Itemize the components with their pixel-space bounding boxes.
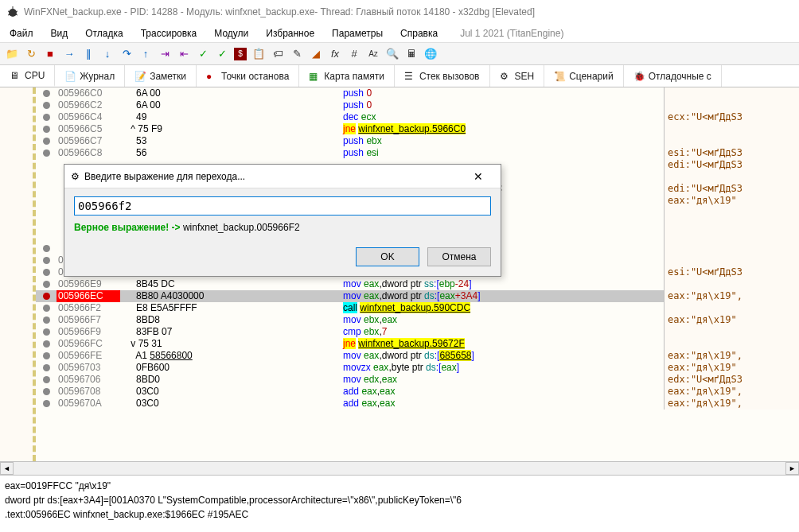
tab-script[interactable]: 📜Сценарий bbox=[544, 65, 623, 87]
scroll-right[interactable]: ► bbox=[785, 462, 799, 475]
bp-cell[interactable] bbox=[36, 386, 57, 398]
menu-debug[interactable]: Отладка bbox=[80, 26, 127, 41]
bp-cell[interactable] bbox=[36, 266, 57, 278]
tab-dbg[interactable]: 🐞Отладочные с bbox=[624, 65, 722, 87]
close-icon[interactable]: ✕ bbox=[462, 170, 494, 183]
disasm-row[interactable]: 00596706 8BD0mov edx,eaxedx:"U<мґДдS3 bbox=[36, 374, 799, 386]
bp-cell[interactable] bbox=[36, 398, 57, 410]
menu-file[interactable]: Файл bbox=[5, 26, 38, 41]
bp-cell[interactable] bbox=[36, 123, 57, 135]
calc-icon[interactable]: 🖩 bbox=[404, 47, 419, 61]
step-into-icon[interactable]: ↓ bbox=[100, 47, 115, 61]
h-scrollbar[interactable]: ◄ ► bbox=[0, 461, 799, 475]
disasm-row[interactable]: 00596703 0FB600movzx eax,byte ptr ds:[ea… bbox=[36, 362, 799, 374]
tab-cpu[interactable]: 🖥CPU bbox=[0, 65, 55, 87]
expression-input[interactable] bbox=[74, 196, 491, 216]
bp-cell[interactable] bbox=[36, 219, 57, 231]
bp-cell[interactable] bbox=[36, 135, 57, 147]
bp-cell[interactable] bbox=[36, 195, 57, 207]
restart-icon[interactable]: ↻ bbox=[24, 47, 38, 61]
bp-icon[interactable]: 📋 bbox=[251, 47, 266, 61]
disasm-row[interactable]: 00596708 03C0add eax,eaxeax:"дя\x19", bbox=[36, 386, 799, 398]
tab-seh[interactable]: ⚙SEH bbox=[490, 65, 545, 87]
tab-bp[interactable]: ●Точки останова bbox=[197, 65, 299, 87]
menu-view[interactable]: Вид bbox=[46, 26, 73, 41]
comment-cell: esi:"U<мґДдS3 bbox=[664, 266, 799, 278]
bp-dot bbox=[43, 352, 50, 359]
bp-dot bbox=[43, 364, 50, 371]
bp-cell[interactable] bbox=[36, 278, 57, 290]
disasm-row[interactable]: 005966C0 6A 00push 0 bbox=[36, 87, 799, 99]
disasm-row[interactable]: 005966F7 8BD8mov ebx,eaxeax:"дя\x19" bbox=[36, 314, 799, 326]
disasm-row[interactable]: 005966C4 49dec ecxecx:"U<мґДдS3 bbox=[36, 111, 799, 123]
step-over-icon[interactable]: ↷ bbox=[119, 47, 134, 61]
bp-cell[interactable] bbox=[36, 302, 57, 314]
menu-help[interactable]: Справка bbox=[396, 26, 442, 41]
tab-label: Сценарий bbox=[569, 71, 613, 82]
bp-cell[interactable] bbox=[36, 290, 57, 302]
pause-icon[interactable]: ‖ bbox=[81, 47, 95, 61]
step-icon[interactable]: ⇥ bbox=[158, 47, 172, 61]
bp-cell[interactable] bbox=[36, 183, 57, 195]
edit-icon[interactable]: ✎ bbox=[290, 47, 304, 61]
disasm-row[interactable]: 005966E9 8B45 DCmov eax,dword ptr ss:[eb… bbox=[36, 278, 799, 290]
stop-icon[interactable]: ■ bbox=[43, 47, 57, 61]
disasm-row[interactable]: 005966C8 56push esiesi:"U<мґДдS3 bbox=[36, 147, 799, 159]
disasm-row[interactable]: 005966C2 6A 00push 0 bbox=[36, 99, 799, 111]
menu-params[interactable]: Параметры bbox=[327, 26, 388, 41]
disasm-row[interactable]: 005966C5 ^ 75 F9jne winfxnet_backup.5966… bbox=[36, 123, 799, 135]
bp-cell[interactable] bbox=[36, 99, 57, 111]
open-icon[interactable]: 📁 bbox=[5, 47, 19, 61]
scroll-track[interactable] bbox=[14, 462, 785, 475]
tag-icon[interactable]: 🏷 bbox=[271, 47, 285, 61]
bp-cell[interactable] bbox=[36, 147, 57, 159]
disasm-row[interactable]: 0059670A 03C0add eax,eaxeax:"дя\x19", bbox=[36, 398, 799, 410]
trace-icon2[interactable]: ✓ bbox=[215, 47, 229, 61]
disasm-row[interactable]: 005966FC v 75 31jne winfxnet_backup.5967… bbox=[36, 338, 799, 350]
menu-fav[interactable]: Избранное bbox=[261, 26, 319, 41]
bp-cell[interactable] bbox=[36, 171, 57, 183]
run-icon[interactable]: → bbox=[62, 47, 76, 61]
patch-icon[interactable]: $ bbox=[234, 48, 247, 60]
bp-cell[interactable] bbox=[36, 338, 57, 350]
disasm-row[interactable]: 005966C7 53push ebx bbox=[36, 135, 799, 147]
bp-cell[interactable] bbox=[36, 254, 57, 266]
tab-notes[interactable]: 📝Заметки bbox=[125, 65, 197, 87]
hash-icon[interactable]: # bbox=[347, 47, 361, 61]
bp-cell[interactable] bbox=[36, 243, 57, 254]
bp-cell[interactable] bbox=[36, 231, 57, 243]
trace-icon[interactable]: ✓ bbox=[196, 47, 210, 61]
addr-cell: 005966C8 bbox=[57, 147, 120, 159]
disasm-row[interactable]: 005966EC 8B80 A4030000mov eax,dword ptr … bbox=[36, 290, 799, 302]
tab-log[interactable]: 📄Журнал bbox=[55, 65, 125, 87]
step-icon2[interactable]: ⇤ bbox=[177, 47, 191, 61]
bp-cell[interactable] bbox=[36, 350, 57, 362]
fx-icon[interactable]: fx bbox=[328, 47, 342, 61]
comment-cell bbox=[664, 99, 799, 111]
disasm-row[interactable]: 005966F2 E8 E5A5FFFFcall winfxnet_backup… bbox=[36, 302, 799, 314]
search-icon[interactable]: 🔍 bbox=[385, 47, 400, 61]
menu-trace[interactable]: Трассировка bbox=[136, 26, 202, 41]
bp-cell[interactable] bbox=[36, 111, 57, 123]
step-out-icon[interactable]: ↑ bbox=[138, 47, 153, 61]
comment-cell: eax:"дя\x19", bbox=[664, 398, 799, 410]
disasm-row[interactable]: 005966F9 83FB 07cmp ebx,7 bbox=[36, 326, 799, 338]
bp-cell[interactable] bbox=[36, 207, 57, 219]
bp-cell[interactable] bbox=[36, 362, 57, 374]
bp-cell[interactable] bbox=[36, 314, 57, 326]
bp-cell[interactable] bbox=[36, 326, 57, 338]
tab-stack[interactable]: ☰Стек вызовов bbox=[395, 65, 490, 87]
globe-icon[interactable]: 🌐 bbox=[423, 47, 438, 61]
bp-cell[interactable] bbox=[36, 87, 57, 99]
disasm-row[interactable]: 005966FE A1 58566800mov eax,dword ptr ds… bbox=[36, 350, 799, 362]
az-icon[interactable]: Az bbox=[366, 47, 380, 61]
ok-button[interactable]: OK bbox=[356, 247, 419, 266]
erase-icon[interactable]: ◢ bbox=[309, 47, 323, 61]
feedback-arrow: -> bbox=[169, 222, 183, 233]
tab-mem[interactable]: ▦Карта памяти bbox=[299, 65, 395, 87]
scroll-left[interactable]: ◄ bbox=[0, 462, 14, 475]
menu-modules[interactable]: Модули bbox=[209, 26, 253, 41]
cancel-button[interactable]: Отмена bbox=[427, 247, 491, 266]
bp-cell[interactable] bbox=[36, 159, 57, 171]
bp-cell[interactable] bbox=[36, 374, 57, 386]
